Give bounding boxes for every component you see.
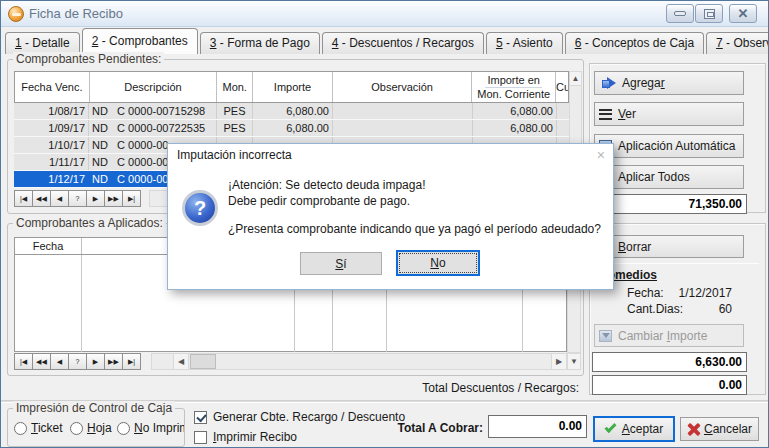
radio-no-imprimir[interactable]: No Imprimir: [117, 421, 184, 435]
column-header-importe[interactable]: Importe: [253, 72, 333, 102]
dialog-message-line1: ¡Atención: Se detecto deuda impaga!: [228, 178, 425, 192]
column-header-importe-mon-corriente[interactable]: Importe enMon. Corriente: [472, 72, 556, 102]
tab-observacion[interactable]: 7 - Observación: [706, 32, 769, 54]
promedios-panel: Borrar Promedios Fecha: 1/12/2017 Cant.D…: [589, 223, 766, 395]
message-dialog: Imputación incorrecta × ? ¡Atención: Se …: [167, 143, 614, 290]
aplicacion-automatica-button[interactable]: Aplicación Automática: [594, 134, 744, 158]
close-button[interactable]: ✕: [729, 4, 757, 23]
pendientes-group-label: Comprobantes Pendientes:: [13, 52, 164, 66]
title-bar: Ficha de Recibo ✕: [1, 1, 769, 27]
scroll-right-icon[interactable]: ▶: [551, 353, 567, 370]
total-a-cobrar-field[interactable]: 0.00: [488, 415, 587, 438]
nav-fast-prev-icon[interactable]: ◀◀: [32, 190, 51, 207]
aplicados-navigator: |◀ ◀◀ ◀ ? ▶ ▶▶ ▶|: [14, 353, 140, 370]
pendientes-navigator: |◀ ◀◀ ◀ ? ▶ ▶▶ ▶|: [14, 190, 140, 207]
scroll-down-icon[interactable]: ▼: [567, 353, 581, 370]
nav-next-icon[interactable]: ▶: [86, 353, 105, 370]
checkbox-icon: [194, 431, 207, 444]
table-row[interactable]: 1/08/17 ND C 0000-00715298 PES 6,080.00 …: [14, 103, 569, 120]
dialog-title: Imputación incorrecta: [177, 148, 292, 162]
imprimir-recibo-checkbox[interactable]: Imprimir Recibo: [194, 430, 297, 444]
total-descuentos-label: Total Descuentos / Recargos:: [251, 381, 579, 395]
yes-button[interactable]: Sí: [300, 252, 382, 275]
nav-fast-next-icon[interactable]: ▶▶: [104, 190, 123, 207]
total-descuentos-field[interactable]: 0.00: [592, 375, 747, 395]
fecha-value: 1/12/2017: [670, 286, 732, 300]
radio-icon: [117, 422, 130, 435]
agregar-button[interactable]: Agregar: [594, 71, 744, 95]
checkbox-checked-icon: [194, 411, 207, 424]
divider: [593, 263, 759, 264]
close-icon: ✕: [738, 7, 749, 20]
promedio-importe-field[interactable]: 6,630.00: [592, 352, 747, 372]
hscroll-thumb[interactable]: [190, 354, 216, 369]
nav-prev-icon[interactable]: ◀: [50, 190, 69, 207]
nav-fast-prev-icon[interactable]: ◀◀: [32, 353, 51, 370]
cancelar-button[interactable]: Cancelar: [680, 417, 759, 441]
pendientes-actions-panel: Agregar Ver Aplicación Automática Aplica…: [589, 63, 766, 213]
x-icon: [687, 423, 698, 436]
dialog-title-bar: Imputación incorrecta ×: [168, 144, 613, 166]
dialog-close-icon[interactable]: ×: [597, 148, 605, 162]
question-icon: ?: [182, 190, 218, 226]
nav-prev-icon[interactable]: ◀: [50, 353, 69, 370]
nav-refresh-icon[interactable]: ?: [68, 190, 87, 207]
total-a-cobrar-label: Total A Cobrar:: [361, 421, 483, 435]
add-arrow-icon: [607, 77, 616, 89]
nav-last-icon[interactable]: ▶|: [122, 190, 141, 207]
fecha-label: Fecha:: [627, 286, 664, 300]
nav-last-icon[interactable]: ▶|: [122, 353, 141, 370]
nav-next-icon[interactable]: ▶: [86, 190, 105, 207]
minimize-button[interactable]: [666, 4, 694, 23]
check-icon: [604, 421, 616, 433]
aplicados-group-label: Comprobantes a Aplicados:: [13, 216, 166, 230]
app-icon: [8, 6, 24, 22]
tab-detalle[interactable]: 1 - Detalle: [5, 32, 80, 54]
dialog-message-line2: Debe pedir comprobante de pago.: [228, 194, 410, 208]
column-header-extra[interactable]: Cu: [556, 72, 568, 102]
radio-icon: [14, 422, 27, 435]
restore-icon: [704, 9, 715, 19]
column-header-fecha-venc[interactable]: Fecha Venc.: [15, 72, 90, 102]
aceptar-button[interactable]: Aceptar: [593, 416, 675, 442]
change-amount-icon: [599, 330, 612, 342]
scroll-left-icon[interactable]: ◀: [173, 353, 189, 370]
borrar-button[interactable]: Borrar: [594, 235, 744, 258]
tab-descuentos-recargos[interactable]: 4 - Descuentos / Recargos: [322, 32, 484, 54]
column-header-fecha[interactable]: Fecha: [15, 238, 82, 254]
cant-dias-label: Cant.Dias:: [627, 302, 683, 316]
table-row[interactable]: 1/09/17 ND C 0000-00722535 PES 6,080.00 …: [14, 120, 569, 137]
minimize-icon: [674, 11, 686, 16]
ver-button[interactable]: Ver: [594, 102, 744, 126]
radio-ticket[interactable]: Ticket: [14, 421, 63, 435]
dialog-question: ¿Presenta comprobante indicando que ya p…: [228, 222, 601, 236]
cant-dias-value: 60: [690, 302, 732, 316]
restore-button[interactable]: [695, 4, 723, 23]
list-icon: [599, 109, 612, 120]
aplicar-todos-button[interactable]: Aplicar Todos: [594, 165, 744, 189]
tab-conceptos-de-caja[interactable]: 6 - Conceptos de Caja: [565, 32, 704, 54]
pendientes-grid-header: Fecha Venc. Descripción Mon. Importe Obs…: [14, 71, 569, 103]
tab-comprobantes[interactable]: 2 - Comprobantes: [82, 28, 198, 54]
tab-bar: 1 - Detalle 2 - Comprobantes 3 - Forma d…: [5, 28, 767, 54]
nav-fast-next-icon[interactable]: ▶▶: [104, 353, 123, 370]
window-title: Ficha de Recibo: [29, 6, 123, 21]
nav-first-icon[interactable]: |◀: [14, 190, 33, 207]
radio-hoja[interactable]: Hoja: [70, 421, 112, 435]
column-header-observacion[interactable]: Observación: [333, 72, 473, 102]
column-header-mon[interactable]: Mon.: [217, 72, 253, 102]
radio-icon: [70, 422, 83, 435]
column-header-descripcion[interactable]: Descripción: [90, 72, 218, 102]
tab-forma-de-pago[interactable]: 3 - Forma de Pago: [200, 32, 320, 54]
nav-first-icon[interactable]: |◀: [14, 353, 33, 370]
nav-refresh-icon[interactable]: ?: [68, 353, 87, 370]
tab-asiento[interactable]: 5 - Asiento: [486, 32, 563, 54]
app-window: Ficha de Recibo ✕ 1 - Detalle 2 - Compro…: [0, 0, 769, 448]
no-button[interactable]: No: [396, 250, 480, 276]
scroll-up-icon[interactable]: ▲: [569, 71, 582, 86]
cambiar-importe-button[interactable]: Cambiar Importe: [594, 324, 744, 347]
total-pendientes-field[interactable]: 71,350.00: [592, 194, 747, 214]
